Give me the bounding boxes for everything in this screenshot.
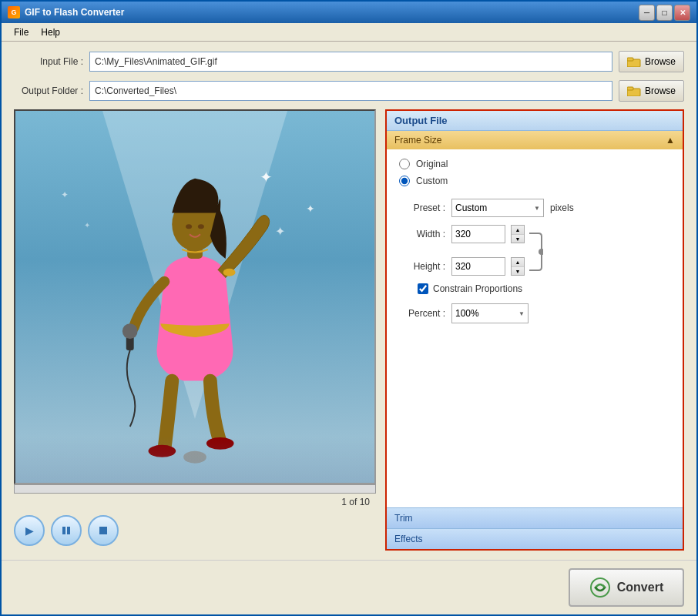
menu-file[interactable]: File [8,25,35,39]
output-panel-header: Output File [387,111,683,131]
svg-point-24 [591,578,609,597]
stop-icon [98,525,109,536]
svg-text:✦: ✦ [260,169,273,186]
height-up-button[interactable]: ▲ [512,258,524,266]
height-row: Height : ▲ ▼ [399,257,525,276]
output-folder-label: Output Folder : [14,85,83,96]
svg-rect-1 [627,58,633,61]
preview-box: ✦ ✦ ✦ ✦ ✦ [14,109,376,484]
frame-size-collapse-icon[interactable]: ▲ [666,135,675,146]
effects-section[interactable]: Effects [387,528,683,549]
folder-icon [627,56,641,67]
percent-dropdown[interactable]: 100% ▼ [451,303,529,323]
width-up-button[interactable]: ▲ [512,226,524,234]
width-row: Width : ▲ ▼ [399,225,525,243]
app-icon: G [8,6,20,18]
input-file-field[interactable] [89,52,612,72]
dimensions-group: Width : ▲ ▼ Height : [399,225,670,283]
svg-point-12 [122,323,138,339]
width-label: Width : [399,229,445,239]
controls-bar: ▶ [14,511,376,551]
preset-dropdown[interactable]: Custom ▼ [451,199,544,217]
right-panel: Output File Frame Size ▲ Original [385,109,684,551]
svg-point-17 [223,269,236,276]
input-file-row: Input File : Browse [14,51,684,72]
trim-section[interactable]: Trim [387,507,683,528]
original-radio-row: Original [399,159,670,169]
output-browse-label: Browse [645,85,676,96]
width-spinners: ▲ ▼ [511,225,525,243]
percent-row: Percent : 100% ▼ [399,303,670,323]
folder-icon-2 [627,85,641,96]
width-down-button[interactable]: ▼ [512,234,524,243]
svg-marker-26 [594,588,597,591]
frame-size-header: Frame Size ▲ [387,131,683,149]
svg-marker-25 [603,584,606,588]
svg-rect-22 [99,527,107,534]
svg-point-23 [539,249,543,255]
custom-radio[interactable] [399,176,410,186]
frame-size-label: Frame Size [394,135,441,146]
radio-group: Original Custom [399,159,670,186]
svg-rect-21 [67,527,70,534]
playback-bar[interactable] [14,484,376,494]
custom-radio-row: Custom [399,176,670,186]
preset-unit: pixels [550,203,574,213]
pause-icon [61,525,72,536]
custom-radio-label[interactable]: Custom [416,176,448,186]
percent-value: 100% [455,308,525,319]
constrain-row: Constrain Proportions [418,283,670,294]
svg-point-16 [198,224,204,229]
frame-size-content: Original Custom Preset : Custom [387,149,683,507]
chain-link-icon [528,229,543,274]
main-area: ✦ ✦ ✦ ✦ ✦ [14,109,684,551]
height-input[interactable] [451,257,505,276]
title-bar-left: G GIF to Flash Converter [8,6,124,18]
stars: ✦ ✦ ✦ ✦ ✦ [15,111,374,483]
stop-button[interactable] [88,515,119,546]
output-folder-field[interactable] [89,81,612,101]
width-input[interactable] [451,225,505,243]
percent-label: Percent : [399,308,445,319]
svg-text:✦: ✦ [306,203,315,215]
convert-icon [589,577,611,598]
play-button[interactable]: ▶ [14,515,45,546]
input-file-label: Input File : [14,56,83,67]
footer: Convert [2,560,696,614]
minimize-button[interactable]: ─ [639,5,655,21]
preset-value: Custom [455,203,540,213]
input-browse-button[interactable]: Browse [619,51,684,72]
svg-point-15 [186,224,192,229]
original-radio-label[interactable]: Original [416,159,448,169]
chevron-down-icon: ▼ [534,205,540,212]
link-bracket [528,226,543,277]
maximize-button[interactable]: □ [656,5,673,21]
convert-label: Convert [617,581,663,594]
output-browse-button[interactable]: Browse [619,80,684,102]
input-browse-label: Browse [645,56,676,67]
output-folder-row: Output Folder : Browse [14,80,684,102]
convert-button[interactable]: Convert [569,568,684,607]
svg-text:✦: ✦ [84,221,90,229]
preset-label: Preset : [399,203,445,213]
frame-counter: 1 of 10 [338,495,373,509]
original-radio[interactable] [399,159,410,169]
constrain-checkbox[interactable] [418,283,428,294]
menu-help[interactable]: Help [35,25,66,39]
pause-button[interactable] [51,515,82,546]
preview-overlay [15,437,374,483]
window-title: GIF to Flash Converter [25,7,124,18]
percent-chevron-icon: ▼ [518,310,525,317]
title-bar: G GIF to Flash Converter ─ □ ✕ [2,2,696,23]
main-window: G GIF to Flash Converter ─ □ ✕ File Help… [0,0,698,616]
dimensions-inputs: Width : ▲ ▼ Height : [399,225,525,283]
title-controls: ─ □ ✕ [639,5,690,21]
height-label: Height : [399,261,445,272]
constrain-label[interactable]: Constrain Proportions [433,283,522,294]
svg-rect-20 [62,527,65,534]
close-button[interactable]: ✕ [674,5,690,21]
height-down-button[interactable]: ▼ [512,266,524,275]
menu-bar: File Help [2,23,696,42]
output-panel: Output File Frame Size ▲ Original [385,109,684,551]
content-area: Input File : Browse Output Folder : Brow… [2,42,696,560]
